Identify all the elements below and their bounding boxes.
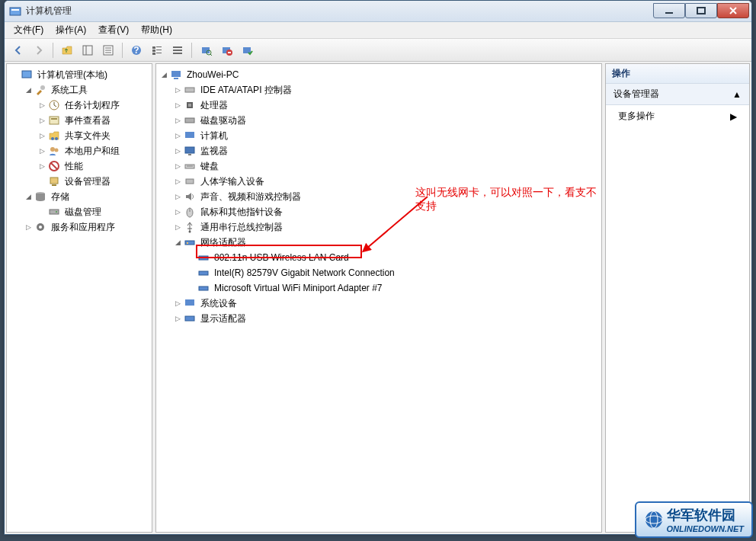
svg-rect-63 (199, 256, 208, 260)
tools-icon (34, 84, 46, 96)
event-icon (48, 114, 60, 126)
svg-rect-47 (174, 78, 178, 79)
app-icon (9, 5, 21, 18)
svg-rect-14 (152, 53, 155, 55)
svg-rect-64 (199, 271, 208, 275)
keyboard-icon (184, 160, 196, 172)
view-list-button[interactable] (148, 41, 166, 59)
tree-performance[interactable]: ▷性能 (36, 158, 150, 174)
device-keyboard[interactable]: ▷键盘 (171, 158, 600, 174)
device-system[interactable]: ▷系统设备 (171, 296, 600, 311)
device-ide[interactable]: ▷IDE ATA/ATAPI 控制器 (171, 82, 600, 98)
view-detail-button[interactable] (168, 41, 187, 59)
tree-services-apps[interactable]: ▷服务和应用程序 (22, 219, 150, 235)
tree-system-tools[interactable]: ◢ 系统工具 (22, 82, 150, 98)
svg-rect-42 (50, 210, 59, 214)
tree-task-scheduler[interactable]: ▷任务计划程序 (36, 98, 150, 113)
enable-button[interactable] (238, 41, 256, 59)
forward-button[interactable] (30, 41, 48, 59)
devmgr-icon (48, 175, 60, 187)
tree-storage[interactable]: ◢存储 (22, 189, 150, 204)
annotation-text: 这叫无线网卡，可以对照一下，看支不支持 (415, 186, 601, 213)
watermark-cn: 华军软件园 (667, 506, 744, 524)
show-hide-tree-button[interactable] (78, 41, 97, 59)
mouse-icon (184, 206, 196, 218)
svg-point-60 (189, 231, 191, 233)
menubar: 文件(F) 操作(A) 查看(V) 帮助(H) (5, 22, 751, 39)
svg-rect-15 (156, 46, 162, 47)
svg-rect-52 (185, 132, 194, 138)
menu-view[interactable]: 查看(V) (92, 22, 135, 38)
tree-shared-folders[interactable]: ▷共享文件夹 (36, 128, 150, 143)
maximize-button[interactable] (685, 3, 717, 18)
uninstall-button[interactable] (217, 41, 235, 59)
svg-rect-65 (199, 287, 208, 290)
svg-rect-46 (171, 71, 181, 77)
device-net-virtual[interactable]: ▷Microsoft Virtual WiFi Miniport Adapter… (185, 280, 600, 296)
device-monitor[interactable]: ▷监视器 (171, 143, 600, 158)
up-button[interactable] (58, 41, 76, 59)
pc-icon (184, 130, 196, 142)
svg-point-35 (50, 147, 55, 152)
console-tree-panel: ▷ 计算机管理(本地) ◢ 系统工具 (6, 63, 152, 533)
clock-icon (48, 99, 60, 111)
actions-section[interactable]: 设备管理器 ▲ (606, 84, 749, 105)
titlebar[interactable]: 计算机管理 (5, 1, 751, 22)
svg-point-29 (40, 85, 45, 90)
toolbar: ? (5, 39, 751, 62)
watermark: 华军软件园 ONLINEDOWN.NET (635, 501, 753, 538)
tree-local-users[interactable]: ▷本地用户和组 (36, 143, 150, 158)
svg-rect-19 (173, 50, 182, 51)
watermark-en: ONLINEDOWN.NET (667, 524, 744, 533)
device-display[interactable]: ▷显示适配器 (171, 311, 600, 326)
device-net-intel[interactable]: ▷Intel(R) 82579V Gigabit Network Connect… (185, 265, 600, 280)
tree-event-viewer[interactable]: ▷事件查看器 (36, 113, 150, 128)
toolbar-sep (53, 43, 53, 58)
network-icon (184, 236, 196, 248)
actions-more[interactable]: 更多操作 ▶ (606, 105, 749, 127)
device-usb[interactable]: ▷通用串行总线控制器 (171, 219, 600, 235)
window-controls (653, 4, 749, 18)
menu-action[interactable]: 操作(A) (50, 22, 92, 38)
tree-disk-mgmt[interactable]: ▷磁盘管理 (36, 204, 150, 219)
minimize-button[interactable] (653, 3, 685, 18)
svg-rect-27 (243, 47, 251, 53)
menu-file[interactable]: 文件(F) (8, 22, 50, 38)
tree-root[interactable]: ▷ 计算机管理(本地) (8, 67, 150, 82)
properties-button[interactable] (99, 41, 117, 59)
chevron-right-icon: ▶ (730, 111, 737, 122)
close-button[interactable] (717, 3, 749, 18)
svg-rect-53 (185, 147, 194, 153)
svg-rect-17 (156, 53, 162, 53)
menu-help[interactable]: 帮助(H) (135, 22, 178, 38)
svg-rect-3 (697, 8, 705, 14)
device-root[interactable]: ◢ZhouWei-PC (158, 67, 600, 82)
help-button[interactable]: ? (127, 41, 146, 59)
device-network-adapters[interactable]: ◢网络适配器 (171, 235, 600, 250)
svg-rect-67 (185, 316, 194, 321)
disk-drive-icon (184, 114, 196, 126)
svg-rect-66 (185, 299, 194, 306)
svg-rect-20 (173, 53, 182, 54)
system-icon (184, 297, 196, 309)
svg-line-38 (51, 163, 57, 169)
svg-rect-62 (187, 242, 188, 244)
svg-rect-51 (185, 118, 194, 123)
svg-point-33 (51, 137, 54, 140)
storage-icon (34, 190, 46, 203)
svg-point-69 (645, 511, 662, 528)
console-tree[interactable]: ▷ 计算机管理(本地) ◢ 系统工具 (7, 64, 152, 238)
device-disk[interactable]: ▷磁盘驱动器 (171, 113, 600, 128)
back-button[interactable] (9, 41, 27, 59)
svg-point-36 (55, 149, 59, 152)
ide-icon (184, 84, 196, 96)
device-computer[interactable]: ▷计算机 (171, 128, 600, 143)
globe-icon (644, 510, 664, 530)
svg-rect-61 (185, 241, 194, 245)
svg-rect-54 (188, 154, 191, 155)
tree-device-manager[interactable]: ▷设备管理器 (36, 174, 150, 189)
scan-button[interactable] (197, 41, 215, 59)
device-net-wireless[interactable]: ▷802.11n USB Wireless LAN Card (185, 250, 600, 265)
device-cpu[interactable]: ▷处理器 (171, 98, 600, 113)
svg-rect-1 (11, 9, 19, 11)
